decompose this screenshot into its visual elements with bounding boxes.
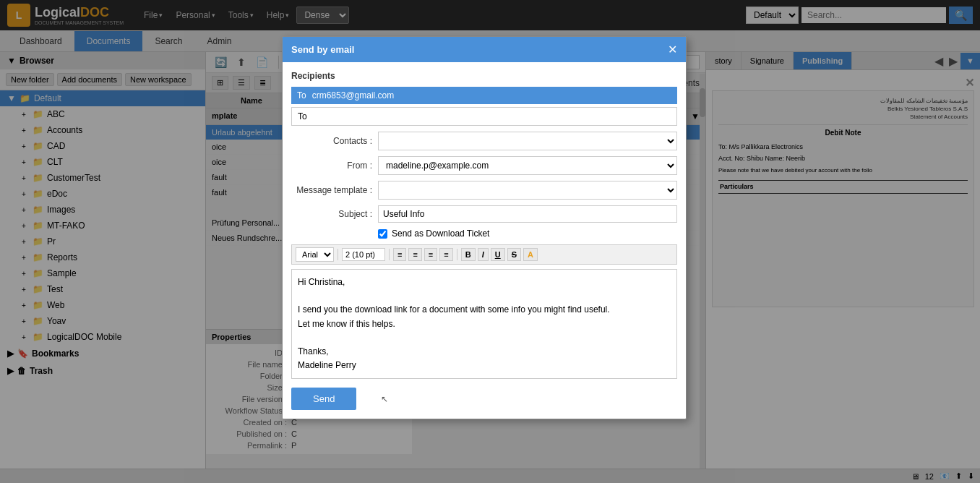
toolbar-sep-3 bbox=[457, 249, 457, 260]
to-row-empty[interactable]: To bbox=[291, 107, 677, 126]
email-sign2: Madeline Perry bbox=[298, 359, 671, 372]
send-as-ticket-label: Send as Download Ticket bbox=[392, 228, 489, 239]
send-as-ticket-row: Send as Download Ticket bbox=[291, 228, 677, 239]
to-input-empty[interactable] bbox=[313, 111, 671, 121]
highlight-button[interactable]: A bbox=[523, 248, 538, 261]
email-sign1: Thanks, bbox=[298, 345, 671, 359]
to-row-filled: To crm6853@gmail.com bbox=[291, 87, 677, 104]
email-spacer-1 bbox=[298, 289, 671, 303]
send-as-ticket-checkbox[interactable] bbox=[378, 229, 387, 239]
email-greeting: Hi Christina, bbox=[298, 275, 671, 289]
from-select[interactable]: madeline.p@example.com bbox=[378, 156, 677, 175]
email-line2: Let me know if this helps. bbox=[298, 317, 671, 331]
from-row: From : madeline.p@example.com bbox=[291, 156, 677, 175]
message-template-row: Message template : bbox=[291, 181, 677, 200]
italic-button[interactable]: I bbox=[478, 248, 489, 261]
email-spacer-2 bbox=[298, 331, 671, 345]
message-template-label: Message template : bbox=[291, 185, 378, 195]
modal-title: Send by email bbox=[291, 44, 354, 55]
modal-body: Recipients To crm6853@gmail.com To Conta… bbox=[283, 62, 686, 419]
toolbar-sep-2 bbox=[389, 249, 390, 260]
toolbar-sep-1 bbox=[338, 249, 338, 260]
font-family-select[interactable]: Arial bbox=[296, 247, 334, 262]
align-right-button[interactable]: ≡ bbox=[424, 248, 437, 261]
font-size-input[interactable] bbox=[342, 248, 385, 261]
send-email-modal: Send by email ✕ Recipients To crm6853@gm… bbox=[282, 36, 687, 419]
contacts-row: Contacts : bbox=[291, 132, 677, 150]
message-template-select[interactable] bbox=[378, 181, 677, 200]
send-button[interactable]: Send bbox=[291, 388, 356, 410]
email-body-toolbar: Arial ≡ ≡ ≡ ≡ B I U S A bbox=[291, 244, 677, 265]
align-center-button[interactable]: ≡ bbox=[408, 248, 421, 261]
contacts-select[interactable] bbox=[378, 132, 677, 150]
to-value-filled: crm6853@gmail.com bbox=[312, 90, 395, 101]
to-label-filled: To bbox=[297, 90, 306, 101]
email-body[interactable]: Hi Christina, I send you the download li… bbox=[291, 269, 677, 379]
modal-close-button[interactable]: ✕ bbox=[668, 43, 677, 56]
subject-label: Subject : bbox=[291, 209, 378, 219]
align-left-button[interactable]: ≡ bbox=[393, 248, 406, 261]
recipients-label: Recipients bbox=[291, 71, 677, 81]
modal-header: Send by email ✕ bbox=[283, 37, 686, 62]
underline-button[interactable]: U bbox=[491, 248, 505, 261]
to-label-empty: To bbox=[298, 111, 307, 121]
align-justify-button[interactable]: ≡ bbox=[439, 248, 452, 261]
strikethrough-button[interactable]: S bbox=[507, 248, 521, 261]
email-line1: I send you the download link for a docum… bbox=[298, 303, 671, 317]
bold-button[interactable]: B bbox=[461, 248, 476, 261]
from-label: From : bbox=[291, 161, 378, 171]
contacts-label: Contacts : bbox=[291, 136, 378, 146]
subject-input[interactable] bbox=[378, 205, 677, 223]
subject-row: Subject : bbox=[291, 205, 677, 223]
cursor-indicator: ↖ bbox=[381, 394, 388, 404]
